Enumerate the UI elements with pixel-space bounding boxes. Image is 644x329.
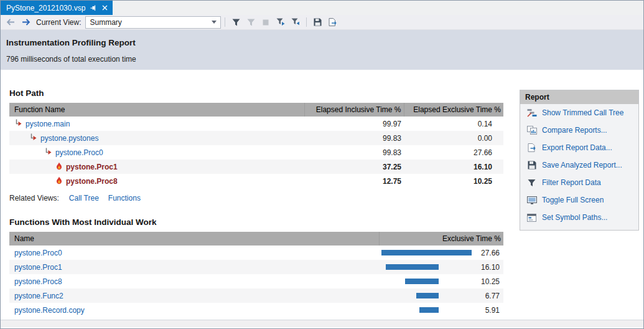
- toolbar-separator: [306, 17, 307, 27]
- work-row: pystone.Proc1 16.10: [9, 260, 503, 274]
- flame-icon: [55, 176, 63, 186]
- report-content: Hot Path Function Name Elapsed Inclusive…: [1, 70, 643, 327]
- related-views-label: Related Views:: [9, 194, 59, 203]
- close-icon[interactable]: [102, 5, 108, 11]
- chevron-down-icon: [212, 21, 217, 24]
- report-action-label[interactable]: Filter Report Data: [542, 178, 601, 187]
- report-panel-title: Report: [520, 90, 638, 104]
- export-report-icon[interactable]: [325, 16, 339, 29]
- related-view-call-tree-link[interactable]: Call Tree: [69, 194, 99, 203]
- trimmed-call-tree-icon: [526, 108, 537, 117]
- report-action-label[interactable]: Compare Reports...: [542, 126, 607, 135]
- exclusive-value: 16.10: [404, 160, 503, 174]
- value-bar: [419, 307, 439, 313]
- hot-path-arrow-icon: [14, 119, 22, 128]
- column-name: Name: [9, 232, 379, 246]
- value-bar: [416, 293, 439, 298]
- hot-path-title: Hot Path: [9, 88, 503, 98]
- tab-bar: PyStone_20121030.vsp: [1, 1, 643, 15]
- related-views: Related Views: Call Tree Functions: [9, 194, 503, 203]
- function-link[interactable]: pystone.main: [26, 120, 70, 128]
- report-action-compare-reports[interactable]: Compare Reports...: [520, 122, 638, 139]
- tab-title: PyStone_20121030.vsp: [6, 4, 85, 12]
- report-action-label[interactable]: Save Analyzed Report...: [542, 161, 622, 169]
- exclusive-value: 27.66: [441, 246, 503, 260]
- report-action-save-analyzed-report[interactable]: Save Analyzed Report...: [520, 156, 638, 174]
- report-action-filter-report-data[interactable]: Filter Report Data: [520, 174, 638, 191]
- export-report-data-icon: [526, 143, 537, 152]
- column-exclusive-time: Elapsed Exclusive Time %: [404, 103, 503, 117]
- function-link[interactable]: pystone.Proc0: [14, 249, 62, 257]
- report-panel: Report Show Trimmed Call Tree Compare Re…: [520, 90, 639, 231]
- report-action-toggle-full-screen[interactable]: Toggle Full Screen: [520, 191, 638, 209]
- navigate-forward-button[interactable]: [19, 16, 32, 29]
- individual-work-header-row: Name Exclusive Time %: [9, 232, 503, 246]
- horizontal-scrollbar[interactable]: [1, 320, 643, 327]
- function-link[interactable]: pystone.Record.copy: [14, 306, 85, 315]
- save-report-icon[interactable]: [310, 16, 324, 29]
- filter-report-data-icon: [526, 179, 537, 187]
- hot-path-row: pystone.Proc1 37.25 16.10: [9, 160, 503, 174]
- hot-path-row: pystone.pystones 99.83 0.00: [9, 131, 503, 145]
- column-function-name: Function Name: [9, 103, 304, 117]
- hot-path-row: pystone.Proc0 99.83 27.66: [9, 145, 503, 160]
- report-action-label[interactable]: Toggle Full Screen: [542, 196, 604, 204]
- report-header: Instrumentation Profiling Report 796 mil…: [1, 30, 643, 70]
- set-symbol-paths-icon: [526, 214, 537, 222]
- report-title: Instrumentation Profiling Report: [6, 38, 637, 47]
- current-view-value: Summary: [90, 18, 121, 27]
- report-action-label[interactable]: Show Trimmed Call Tree: [542, 108, 623, 117]
- report-action-set-symbol-paths[interactable]: Set Symbol Paths...: [520, 209, 638, 226]
- add-filter-icon[interactable]: [274, 16, 287, 29]
- function-link[interactable]: pystone.Proc1: [14, 263, 62, 272]
- report-action-label[interactable]: Set Symbol Paths...: [542, 213, 607, 222]
- pin-icon[interactable]: [90, 4, 97, 11]
- document-tab[interactable]: PyStone_20121030.vsp: [1, 1, 113, 15]
- function-link[interactable]: pystone.Func2: [14, 292, 63, 300]
- inclusive-value: 99.97: [304, 117, 404, 131]
- function-link[interactable]: pystone.pystones: [40, 134, 98, 143]
- inclusive-value: 12.75: [304, 174, 404, 188]
- save-analyzed-report-icon: [526, 161, 537, 169]
- report-action-show-trimmed-call-tree[interactable]: Show Trimmed Call Tree: [520, 104, 638, 122]
- toggle-full-screen-icon: [526, 196, 537, 204]
- report-subtitle: 796 milliseconds of total execution time: [6, 55, 637, 64]
- clear-filter-icon: [244, 16, 258, 29]
- function-link[interactable]: pystone.Proc8: [66, 177, 118, 186]
- exclusive-value: 27.66: [404, 145, 503, 160]
- inclusive-value: 37.25: [304, 160, 404, 174]
- toolbar: Current View: Summary: [1, 15, 643, 30]
- exclusive-value: 10.25: [441, 274, 503, 288]
- hot-path-arrow-icon: [44, 148, 52, 157]
- function-link[interactable]: pystone.Proc0: [55, 148, 103, 157]
- value-bar: [405, 279, 439, 284]
- report-action-label[interactable]: Export Report Data...: [542, 143, 612, 152]
- exclusive-value: 0.00: [404, 131, 503, 145]
- function-link[interactable]: pystone.Proc8: [14, 277, 62, 286]
- inclusive-value: 99.83: [304, 145, 404, 160]
- hot-path-table: Function Name Elapsed Inclusive Time % E…: [9, 103, 503, 188]
- navigate-back-button[interactable]: [4, 16, 17, 29]
- individual-work-table: Name Exclusive Time % pystone.Proc0 27.6…: [9, 232, 503, 317]
- exclusive-value: 10.25: [404, 174, 503, 188]
- filter-icon[interactable]: [229, 16, 243, 29]
- hot-path-header-row: Function Name Elapsed Inclusive Time % E…: [9, 103, 503, 117]
- function-link[interactable]: pystone.Proc1: [66, 163, 118, 171]
- inclusive-value: 99.83: [304, 131, 404, 145]
- value-bar: [386, 264, 439, 270]
- toolbar-separator: [225, 17, 225, 27]
- work-row: pystone.Proc8 10.25: [9, 274, 503, 288]
- individual-work-title: Functions With Most Individual Work: [9, 217, 503, 227]
- related-view-functions-link[interactable]: Functions: [108, 194, 141, 203]
- exclusive-value: 0.14: [404, 117, 503, 131]
- report-action-export-report-data[interactable]: Export Report Data...: [520, 139, 638, 156]
- hot-path-row: pystone.Proc8 12.75 10.25: [9, 174, 503, 188]
- current-view-dropdown[interactable]: Summary: [85, 16, 221, 29]
- hot-path-arrow-icon: [29, 133, 37, 143]
- column-exclusive-time: Exclusive Time %: [379, 232, 503, 246]
- apply-filter-icon[interactable]: [289, 16, 302, 29]
- current-view-label: Current View:: [36, 18, 81, 27]
- work-row: pystone.Func2 6.77: [9, 288, 503, 303]
- exclusive-value: 16.10: [441, 260, 503, 274]
- exclusive-value: 5.91: [441, 303, 503, 317]
